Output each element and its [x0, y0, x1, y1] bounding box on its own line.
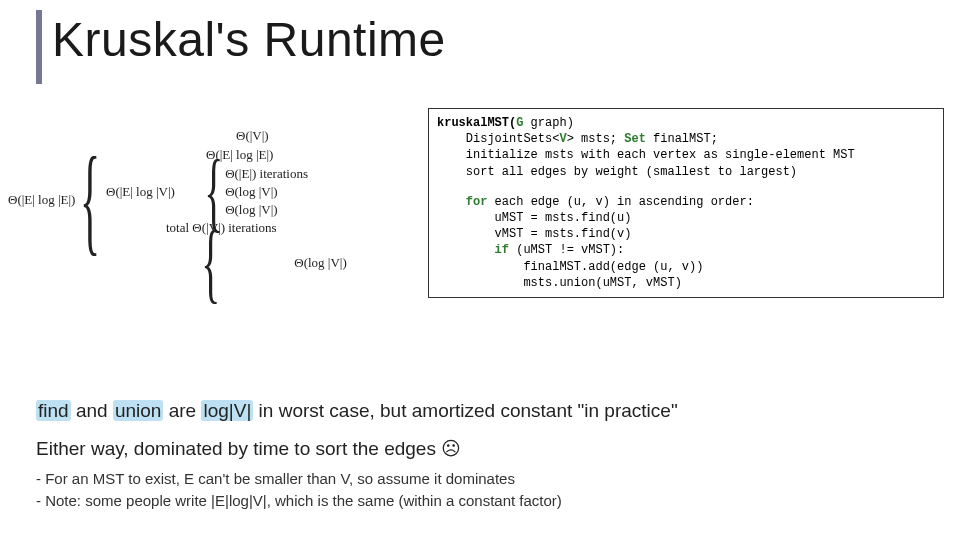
slide-root: Kruskal's Runtime Θ(|E| log |E|) { Θ(|V|… [0, 0, 960, 540]
code-l2a: DisjointSets< [437, 132, 559, 146]
complexity-total-label: total Θ(|V|) iterations [106, 220, 347, 237]
complexity-iterations: Θ(|E|) iterations [225, 166, 308, 183]
code-l8b: (uMST != vMST): [509, 243, 624, 257]
code-l5b: each edge (u, v) in ascending order: [487, 195, 753, 209]
title-accent-bar [36, 10, 42, 84]
code-type-set: Set [624, 132, 646, 146]
code-l4: sort all edges by weight (smallest to la… [437, 165, 797, 179]
code-l6: uMST = msts.find(u) [437, 211, 631, 225]
lower-brace-icon: { [201, 239, 220, 287]
complexity-loop-total: Θ(|E| log |V|) [106, 184, 175, 201]
body-line-1: find and union are log|V| in worst case,… [36, 398, 678, 424]
outer-complexity: Θ(|E| log |E|) [8, 192, 75, 209]
sub-bullet-1: For an MST to exist, E can't be smaller … [36, 468, 562, 490]
code-fn-name: kruskalMST( [437, 116, 516, 130]
pseudocode-box: kruskalMST(G graph) DisjointSets<V> msts… [428, 108, 944, 298]
sub-bullet-2: Note: some people write |E|log|V|, which… [36, 490, 562, 512]
hl-union: union [113, 400, 164, 421]
outer-brace-icon: { [80, 164, 100, 236]
body-line-2: Either way, dominated by time to sort th… [36, 436, 461, 462]
complexity-sort-edges: Θ(|E| log |E|) [106, 147, 347, 164]
complexity-union: Θ(log |V|) [222, 255, 347, 272]
complexity-find-v: Θ(log |V|) [225, 202, 308, 219]
complexity-init-vertices: Θ(|V|) [106, 128, 347, 145]
sub-bullets: For an MST to exist, E can't be smaller … [36, 468, 562, 512]
complexity-find-u: Θ(log |V|) [225, 184, 308, 201]
code-l10: msts.union(uMST, vMST) [437, 276, 682, 290]
code-type-v: V [559, 132, 566, 146]
code-l3: initialize msts with each vertex as sing… [437, 148, 855, 162]
complexity-diagram: Θ(|E| log |E|) { Θ(|V|) Θ(|E| log |E|) Θ… [86, 128, 347, 288]
slide-title: Kruskal's Runtime [52, 12, 446, 67]
code-l7: vMST = msts.find(v) [437, 227, 631, 241]
code-l1c: graph) [523, 116, 573, 130]
hl-logv: log|V| [201, 400, 253, 421]
code-for-kw: for [437, 195, 487, 209]
code-l2e: finalMST; [646, 132, 718, 146]
code-l2c: > msts; [567, 132, 625, 146]
mid-brace-icon: { [204, 168, 223, 216]
code-if-kw: if [437, 243, 509, 257]
code-l9: finalMST.add(edge (u, v)) [437, 260, 703, 274]
hl-find: find [36, 400, 71, 421]
